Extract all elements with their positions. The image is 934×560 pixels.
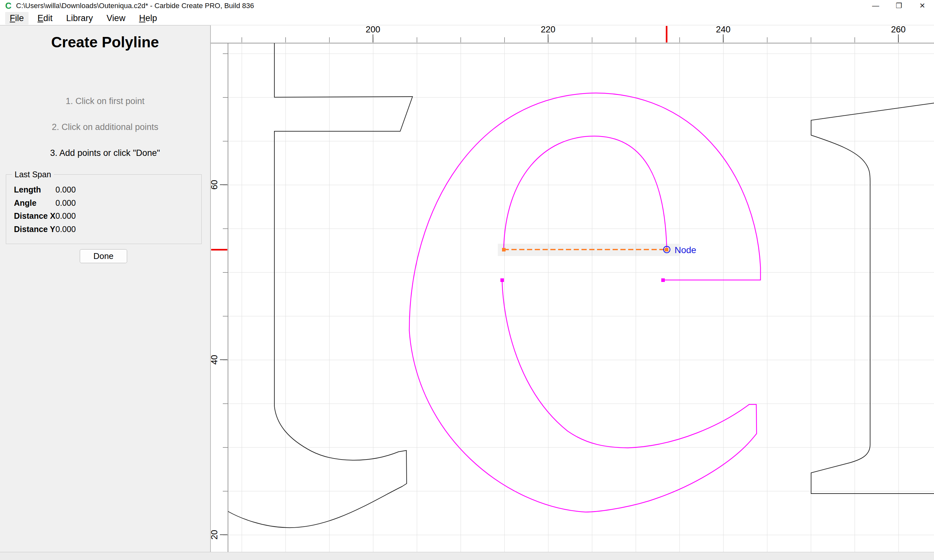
- canvas-area: 200 220 240 260 60 40 20: [211, 25, 934, 560]
- app-window: C C:\Users\willa\Downloads\Outeniqua.c2d…: [0, 0, 934, 560]
- design-canvas[interactable]: 200 220 240 260 60 40 20: [211, 25, 934, 560]
- ruler-marker-x: [666, 26, 667, 43]
- menu-edit[interactable]: Edit: [33, 12, 57, 25]
- ruler-label-220: 220: [541, 25, 555, 34]
- path-endpoint-marker[interactable]: [500, 278, 504, 282]
- close-button[interactable]: ✕: [911, 0, 934, 12]
- last-span-title: Last Span: [12, 170, 54, 179]
- ruler-label-240: 240: [716, 25, 731, 34]
- menu-help[interactable]: Help: [134, 12, 162, 25]
- minimize-button[interactable]: —: [864, 0, 887, 12]
- last-span-row: Length0.000: [14, 185, 196, 196]
- create-polyline-panel: Create Polyline 1. Click on first point …: [0, 25, 211, 552]
- menu-file[interactable]: File: [5, 12, 29, 25]
- polyline-first-point[interactable]: [502, 248, 506, 251]
- last-span-row: Distance X0.000: [14, 211, 196, 222]
- title-bar[interactable]: C C:\Users\willa\Downloads\Outeniqua.c2d…: [0, 0, 934, 12]
- ruler-label-200: 200: [365, 25, 380, 34]
- distance-y-value: 0.000: [55, 225, 76, 234]
- bottom-status-strip: [0, 552, 934, 560]
- left-ruler-ticks: [211, 43, 228, 552]
- path-endpoint-marker[interactable]: [661, 278, 665, 282]
- length-value: 0.000: [55, 185, 76, 194]
- length-label: Length: [14, 185, 55, 194]
- instruction-step-1: 1. Click on first point: [0, 96, 210, 106]
- distance-x-value: 0.000: [55, 211, 76, 220]
- last-span-row: Distance Y0.000: [14, 225, 196, 235]
- ruler-marker-y: [211, 249, 227, 251]
- ruler-label-260: 260: [891, 25, 905, 34]
- node-snap-label: Node: [675, 245, 696, 255]
- panel-title: Create Polyline: [0, 33, 210, 51]
- app-logo-icon: C: [5, 2, 12, 10]
- done-button[interactable]: Done: [80, 249, 127, 263]
- menu-library[interactable]: Library: [62, 12, 98, 25]
- instruction-step-3: 3. Add points or click "Done": [0, 148, 210, 158]
- instruction-step-2: 2. Click on additional points: [0, 122, 210, 132]
- distance-x-label: Distance X: [14, 211, 55, 221]
- ruler-label-40: 40: [211, 355, 219, 365]
- last-span-row: Angle0.000: [14, 198, 196, 209]
- angle-value: 0.000: [55, 198, 76, 208]
- grid: [228, 43, 934, 552]
- last-span-groupbox: Last Span Length0.000 Angle0.000 Distanc…: [6, 174, 202, 244]
- menu-view[interactable]: View: [102, 12, 130, 25]
- distance-y-label: Distance Y: [14, 225, 55, 234]
- polyline-current-point[interactable]: [665, 248, 668, 251]
- window-controls: — ❐ ✕: [864, 0, 934, 12]
- angle-label: Angle: [14, 198, 55, 208]
- top-ruler-ticks: [228, 25, 934, 43]
- window-title: C:\Users\willa\Downloads\Outeniqua.c2d* …: [16, 2, 254, 10]
- ruler-label-60: 60: [211, 180, 219, 189]
- menu-bar: File Edit Library View Help: [0, 12, 934, 25]
- restore-button[interactable]: ❐: [887, 0, 911, 12]
- ruler-label-20: 20: [211, 530, 219, 540]
